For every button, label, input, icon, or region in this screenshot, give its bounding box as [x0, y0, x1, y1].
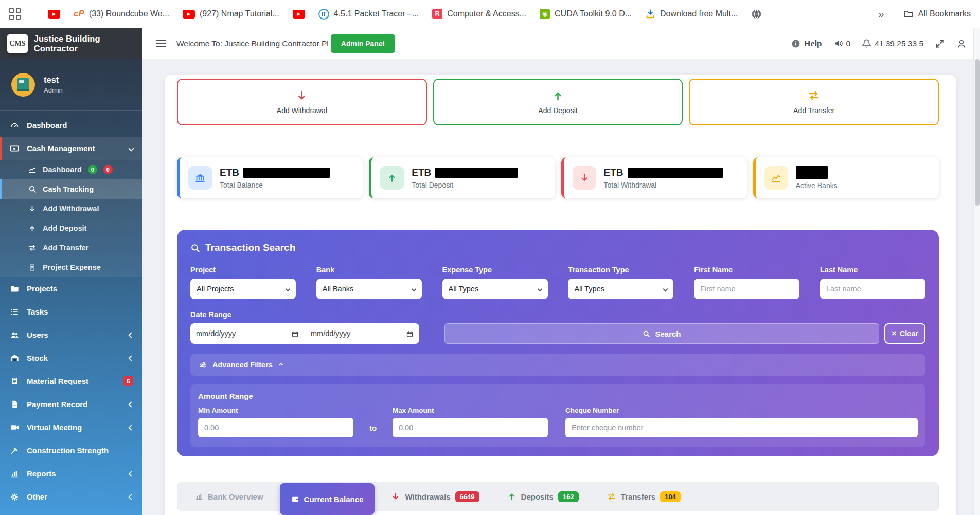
all-bookmarks-button[interactable]: All Bookmarks: [903, 9, 971, 19]
bookmark-item[interactable]: cP(33) Roundcube We...: [74, 9, 169, 19]
date-from-input[interactable]: mm/dd/yyyy: [190, 323, 305, 344]
bookmark-item[interactable]: ▶: [48, 10, 60, 19]
transaction-type-select[interactable]: All Types: [568, 279, 673, 299]
folder-icon: [903, 9, 914, 19]
sidebar-item-material-request[interactable]: Material Request 5: [0, 370, 142, 393]
help-button[interactable]: Help: [791, 39, 822, 49]
stat-label: Total Withdrawal: [604, 181, 723, 189]
apps-grid-icon[interactable]: [9, 8, 21, 20]
fullscreen-icon[interactable]: [935, 39, 945, 49]
advanced-filters-toggle[interactable]: Advanced Filters: [190, 354, 925, 376]
sidebar-item-cash-dashboard[interactable]: Dashboard 0 0: [0, 160, 142, 179]
amount-range-title: Amount Range: [198, 392, 918, 400]
avatar[interactable]: [11, 73, 35, 97]
withdrawals-count-badge: 6649: [455, 491, 479, 502]
sidebar-item-projects[interactable]: Projects: [0, 277, 142, 300]
tab-deposits[interactable]: Deposits 162: [496, 482, 590, 511]
transfer-icon: [808, 89, 820, 102]
search-button[interactable]: Search: [444, 323, 879, 344]
clear-button[interactable]: × Clear: [884, 323, 925, 344]
sidebar-item-construction-strength[interactable]: Construction Strength: [0, 439, 142, 462]
youtube-icon: ▶: [48, 10, 60, 19]
divider: [34, 7, 34, 21]
sidebar-item-project-expense[interactable]: Project Expense: [0, 258, 142, 277]
sidebar-item-label: Cash Management: [27, 144, 95, 153]
wallet-icon: [291, 495, 299, 503]
arrow-down-icon: [296, 90, 308, 102]
close-icon: ×: [892, 328, 897, 339]
tab-withdrawals[interactable]: Withdrawals 6649: [380, 482, 490, 511]
sidebar-item-cash-management[interactable]: Cash Management: [0, 137, 142, 160]
bookmark-item[interactable]: IT4.5.1 Packet Tracer –...: [318, 9, 419, 20]
transaction-search-panel: Transaction Search Project All Projects …: [177, 230, 939, 456]
chevron-down-icon: [411, 286, 416, 291]
sidebar-item-add-deposit[interactable]: Add Deposit: [0, 218, 142, 238]
stat-label: Total Balance: [220, 181, 330, 189]
company-name: Justice Building Contractor: [34, 34, 136, 53]
user-icon[interactable]: [956, 39, 967, 49]
min-amount-input[interactable]: [198, 418, 353, 437]
sidebar-item-dashboard[interactable]: Dashboard: [0, 114, 142, 137]
video-icon: [9, 422, 20, 432]
add-withdrawal-card[interactable]: Add Withdrawal: [177, 79, 427, 125]
sidebar-item-virtual-meeting[interactable]: Virtual Meeting: [0, 416, 142, 439]
date-to-input[interactable]: mm/dd/yyyy: [305, 323, 419, 344]
tab-current-balance[interactable]: Current Balance: [280, 483, 375, 515]
calendar-icon: [291, 330, 299, 338]
bookmark-item[interactable]: [751, 9, 762, 20]
bookmarks-overflow-chevron[interactable]: »: [878, 8, 884, 20]
redacted-value: [435, 168, 518, 178]
arrow-up-icon: [28, 225, 37, 232]
app-header: CMS Justice Building Contractor Welcome …: [0, 28, 980, 59]
cpanel-icon: cP: [74, 9, 84, 19]
last-name-input[interactable]: [820, 279, 925, 299]
clipboard-icon: [9, 377, 20, 385]
sidebar-item-cash-tracking[interactable]: Cash Tracking: [0, 179, 142, 199]
sidebar-item-add-transfer[interactable]: Add Transfer: [0, 238, 142, 258]
notifications-button[interactable]: 41 39 25 33 5: [862, 39, 923, 48]
bookmark-label: CUDA Toolkit 9.0 D...: [555, 9, 632, 19]
packet-tracer-icon: IT: [318, 9, 329, 20]
tab-transfers[interactable]: Transfers 104: [595, 482, 692, 511]
nvidia-icon: ◉: [540, 9, 550, 19]
max-amount-input[interactable]: [393, 418, 548, 437]
search-icon: [643, 330, 650, 338]
sidebar-item-tasks[interactable]: Tasks: [0, 300, 142, 323]
add-transfer-card[interactable]: Add Transfer: [689, 79, 939, 125]
filter-label: Last Name: [820, 266, 925, 274]
sidebar-item-other[interactable]: Other: [0, 485, 142, 508]
cash-icon: [9, 143, 20, 154]
sidebar-item-reports[interactable]: Reports: [0, 462, 142, 485]
bank-icon: [188, 166, 212, 190]
tab-bank-overview[interactable]: Bank Overview: [184, 482, 275, 511]
sidebar-item-label: Construction Strength: [27, 446, 109, 455]
action-card-label: Add Deposit: [538, 106, 577, 115]
admin-panel-button[interactable]: Admin Panel: [331, 34, 395, 53]
bank-select[interactable]: All Banks: [316, 279, 422, 299]
bookmark-item[interactable]: ▶: [293, 10, 305, 19]
hamburger-menu-icon[interactable]: [156, 40, 166, 47]
page-scrollbar[interactable]: [973, 28, 980, 515]
cheque-number-input[interactable]: [565, 418, 918, 437]
bookmark-item[interactable]: ▶(927) Nmap Tutorial...: [183, 9, 279, 19]
project-select[interactable]: All Projects: [190, 279, 296, 299]
filter-label: Expense Type: [442, 266, 548, 274]
profile-username: test: [44, 75, 63, 85]
sidebar-item-add-withdrawal[interactable]: Add Withdrawal: [0, 199, 142, 218]
action-card-label: Add Transfer: [793, 106, 834, 115]
chevron-up-icon: [279, 363, 283, 367]
scrollbar-thumb[interactable]: [975, 59, 980, 206]
sidebar: test Admin Dashboard Cash Management Das…: [0, 59, 142, 515]
expense-type-select[interactable]: All Types: [442, 279, 548, 299]
add-deposit-card[interactable]: Add Deposit: [433, 79, 683, 125]
bookmark-item[interactable]: Download free Mult...: [645, 9, 738, 19]
sidebar-item-users[interactable]: Users: [0, 323, 142, 346]
bookmark-item[interactable]: RComputer & Access...: [432, 9, 526, 19]
announcements-button[interactable]: 0: [833, 39, 851, 48]
document-icon: [9, 400, 20, 409]
sidebar-item-payment-record[interactable]: Payment Record: [0, 393, 142, 416]
sliders-icon: [199, 361, 207, 369]
bookmark-item[interactable]: ◉CUDA Toolkit 9.0 D...: [540, 9, 632, 19]
first-name-input[interactable]: [694, 279, 799, 299]
sidebar-item-stock[interactable]: Stock: [0, 346, 142, 370]
